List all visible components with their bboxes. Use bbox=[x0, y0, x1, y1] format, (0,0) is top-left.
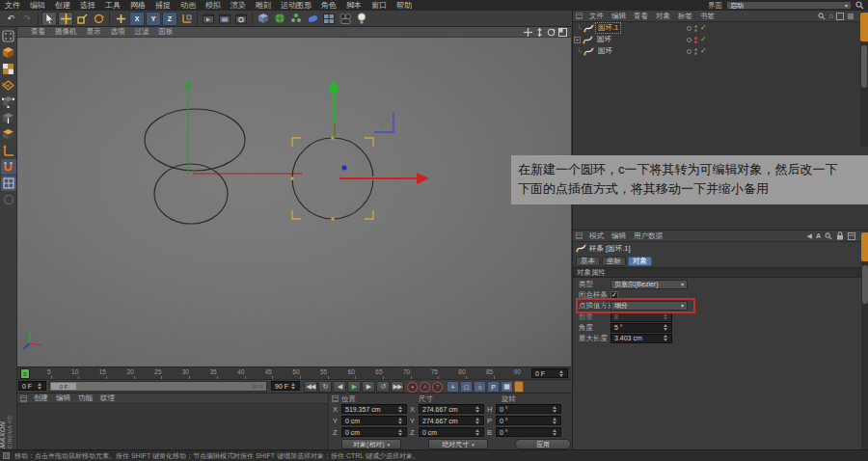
viewport-menu-cameras[interactable]: 摄像机 bbox=[51, 27, 81, 37]
render-settings-button[interactable] bbox=[233, 12, 249, 26]
am-menu-userdata[interactable]: 用户数据 bbox=[630, 231, 666, 241]
object-row-circle3[interactable]: └ 圆环 ✓ bbox=[573, 45, 868, 57]
polygons-mode-button[interactable] bbox=[1, 126, 16, 142]
om-filter-icon[interactable] bbox=[836, 13, 844, 20]
start-frame-field[interactable]: 0 F bbox=[18, 381, 46, 391]
record-parameter-toggle[interactable]: P bbox=[487, 381, 500, 393]
size-x-field[interactable]: 274.667 cm bbox=[419, 404, 484, 414]
spline-object-icon[interactable] bbox=[583, 46, 594, 57]
record-scale-toggle[interactable]: □ bbox=[460, 381, 473, 393]
menu-character[interactable]: 角色 bbox=[316, 0, 341, 11]
last-tool-button[interactable] bbox=[113, 12, 128, 26]
previous-frame-button[interactable]: ◀ bbox=[333, 381, 346, 393]
am-back-icon[interactable]: ◀ bbox=[807, 232, 812, 240]
play-button[interactable]: ▶ bbox=[347, 381, 361, 393]
menu-sculpt[interactable]: 雕刻 bbox=[251, 0, 276, 11]
menu-render[interactable]: 渲染 bbox=[226, 0, 251, 11]
om-menu-objects[interactable]: 对象 bbox=[652, 12, 674, 21]
am-scrollbar[interactable] bbox=[862, 265, 868, 304]
panel-grip-icon[interactable] bbox=[332, 395, 339, 402]
pos-y-field[interactable]: 0 cm bbox=[341, 416, 407, 425]
om-home-icon[interactable]: ⌂ bbox=[828, 13, 833, 20]
spline-primitives-button[interactable] bbox=[305, 12, 320, 26]
menu-create[interactable]: 创建 bbox=[50, 0, 75, 11]
search-icon[interactable] bbox=[855, 1, 864, 10]
enabled-check-icon[interactable]: ✓ bbox=[700, 24, 707, 32]
rot-b-field[interactable]: 0 ° bbox=[496, 427, 561, 437]
am-lock-icon[interactable] bbox=[836, 231, 844, 240]
material-menu-texture[interactable]: 纹理 bbox=[96, 393, 119, 403]
scale-tool-button[interactable] bbox=[74, 12, 90, 26]
menu-window[interactable]: 窗口 bbox=[366, 0, 392, 11]
zoom-view-icon[interactable] bbox=[535, 28, 544, 37]
make-editable-button[interactable] bbox=[1, 28, 16, 43]
lock-x-axis-button[interactable]: X bbox=[129, 12, 145, 26]
viewport-menu-filter[interactable]: 过滤 bbox=[131, 27, 153, 37]
circle-vertex-bottom[interactable] bbox=[332, 218, 335, 221]
menu-select[interactable]: 选择 bbox=[75, 0, 100, 11]
play-mode-button[interactable]: ↻ bbox=[318, 381, 332, 393]
enable-snap-button[interactable] bbox=[1, 159, 16, 175]
gizmo-x-arrow[interactable] bbox=[417, 173, 429, 184]
material-menu-edit[interactable]: 编辑 bbox=[52, 393, 74, 403]
frame-range-slider[interactable]: 0 F 90 F bbox=[49, 381, 267, 392]
viewport-menu-display[interactable]: 显示 bbox=[83, 27, 105, 37]
frame-spinner[interactable] bbox=[557, 369, 564, 377]
tab-object[interactable]: 对象 bbox=[628, 257, 652, 266]
type-dropdown[interactable]: 贝塞尔(Bezier) bbox=[610, 280, 688, 289]
rot-p-field[interactable]: 0 ° bbox=[496, 416, 561, 425]
subdivision-surface-button[interactable] bbox=[272, 12, 287, 26]
size-z-field[interactable]: 0 cm bbox=[419, 427, 484, 437]
camera-button[interactable] bbox=[338, 12, 353, 26]
lock-y-axis-button[interactable]: Y bbox=[146, 12, 161, 26]
menu-help[interactable]: 帮助 bbox=[392, 0, 417, 11]
rot-h-field[interactable]: 0 ° bbox=[496, 404, 561, 414]
toggle-view-icon[interactable] bbox=[558, 28, 567, 37]
object-name-circle2[interactable]: 圆环 bbox=[595, 35, 613, 44]
menu-simulate[interactable]: 模拟 bbox=[201, 0, 226, 11]
menu-mesh[interactable]: 网格 bbox=[125, 0, 150, 11]
menu-script[interactable]: 脚本 bbox=[341, 0, 366, 11]
om-menu-file[interactable]: 文件 bbox=[585, 12, 608, 21]
enabled-check-icon[interactable]: ✓ bbox=[700, 36, 707, 43]
coord-mode-dropdown[interactable]: 对象(相对)▾ bbox=[341, 439, 401, 449]
pos-x-field[interactable]: 519.357 cm bbox=[341, 404, 407, 414]
timeline-ruler[interactable]: 051015202530354045505560657075808590 0 0… bbox=[17, 366, 571, 379]
record-position-toggle[interactable]: + bbox=[447, 381, 459, 393]
gizmo-center-point[interactable] bbox=[342, 166, 347, 171]
layout-dropdown[interactable]: 启动 bbox=[726, 1, 852, 10]
apply-button[interactable]: 应用 bbox=[515, 439, 571, 449]
workplane-mode-button[interactable] bbox=[1, 77, 16, 93]
angle-field[interactable]: 5 ° bbox=[610, 323, 672, 333]
menu-tools[interactable]: 工具 bbox=[100, 0, 125, 11]
autokey-button[interactable]: A bbox=[420, 382, 430, 393]
max-length-field[interactable]: 3.403 cm bbox=[610, 334, 672, 343]
panel-grip-icon[interactable] bbox=[20, 395, 27, 402]
keyframe-selection-button[interactable]: ? bbox=[432, 382, 443, 393]
pos-z-field[interactable]: 0 cm bbox=[341, 427, 407, 437]
panel-grip-icon[interactable] bbox=[576, 13, 583, 19]
om-search-icon[interactable] bbox=[818, 13, 826, 20]
tab-coordinates[interactable]: 坐标 bbox=[602, 257, 626, 266]
interpolation-dropdown[interactable]: 细分 bbox=[610, 301, 688, 311]
om-layout-tab[interactable] bbox=[860, 13, 868, 41]
am-autoarrange-icon[interactable]: A bbox=[816, 232, 821, 239]
close-spline-checkbox[interactable]: ✓ bbox=[610, 291, 618, 299]
viewport-menu-panel[interactable]: 面板 bbox=[155, 27, 177, 37]
viewport-menu-options[interactable]: 选项 bbox=[107, 27, 129, 37]
om-menu-edit[interactable]: 编辑 bbox=[608, 12, 630, 21]
am-menu-edit[interactable]: 编辑 bbox=[608, 231, 630, 241]
am-menu-mode[interactable]: 模式 bbox=[585, 231, 608, 241]
rotate-view-icon[interactable] bbox=[547, 28, 556, 37]
editor-render-dots[interactable] bbox=[694, 25, 697, 32]
goto-end-button[interactable]: ▶▶ bbox=[391, 381, 404, 393]
tab-basic[interactable]: 基本 bbox=[576, 257, 600, 266]
am-search-icon[interactable] bbox=[825, 232, 832, 240]
object-name-circle1[interactable]: 圆环.1 bbox=[596, 23, 620, 33]
live-selection-button[interactable] bbox=[41, 12, 57, 26]
expand-icon[interactable]: + bbox=[574, 37, 581, 43]
lock-z-axis-button[interactable]: Z bbox=[162, 12, 177, 26]
visibility-dot[interactable] bbox=[687, 26, 692, 31]
points-mode-button[interactable] bbox=[1, 94, 16, 109]
object-row-circle2[interactable]: + 圆环 ✓ bbox=[573, 34, 868, 45]
